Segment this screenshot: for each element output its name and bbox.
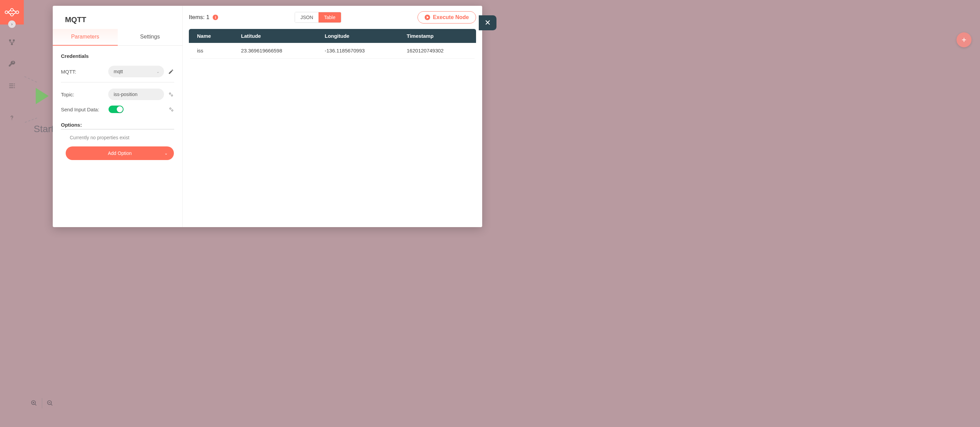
info-icon[interactable]: i (213, 14, 218, 20)
divider (42, 398, 42, 408)
topic-input[interactable] (108, 89, 164, 100)
sidebar-workflows-icon[interactable] (0, 31, 24, 53)
execute-node-label: Execute Node (433, 14, 469, 21)
mqtt-credentials-select[interactable]: mqtt ⌄ (108, 66, 164, 77)
credentials-heading: Credentials (61, 53, 174, 59)
connector-line (24, 76, 37, 83)
pencil-icon (168, 69, 174, 75)
view-table-button[interactable]: Table (318, 12, 340, 22)
cell-longitude: -136.1185670993 (317, 43, 398, 59)
edit-credentials-button[interactable] (167, 68, 174, 75)
sidebar-credentials-icon[interactable] (0, 53, 24, 75)
options-heading: Options: (61, 122, 174, 128)
sidebar: › (0, 0, 24, 427)
output-header: Items: 1 i JSON Table Execute Node (189, 11, 476, 24)
mqtt-field-label: MQTT: (61, 69, 98, 75)
cell-timestamp: 1620120749302 (398, 43, 476, 59)
add-option-button[interactable]: Add Option ⌄ (66, 147, 174, 160)
start-node-label: Start (34, 124, 54, 134)
view-toggle: JSON Table (295, 12, 341, 23)
table-row: iss 23.369619666598 -136.1185670993 1620… (189, 43, 476, 59)
parameters-panel: MQTT Parameters Settings Credentials MQT… (53, 6, 183, 227)
execute-node-button[interactable]: Execute Node (417, 11, 476, 24)
send-input-options-button[interactable] (168, 106, 175, 113)
output-panel: Items: 1 i JSON Table Execute Node Name … (183, 6, 482, 227)
svg-rect-6 (11, 43, 13, 45)
send-input-row: Send Input Data: (61, 103, 174, 116)
svg-point-3 (16, 11, 19, 14)
col-timestamp: Timestamp (398, 29, 476, 43)
add-option-label: Add Option (108, 150, 132, 156)
chevron-right-icon: › (11, 22, 13, 27)
svg-point-9 (14, 87, 15, 88)
sidebar-executions-icon[interactable] (0, 75, 24, 97)
zoom-out-button[interactable] (45, 398, 55, 408)
topic-options-button[interactable] (167, 91, 174, 98)
gears-icon (169, 107, 174, 112)
output-table: Name Latitude Longitude Timestamp iss 23… (189, 29, 476, 59)
mqtt-credentials-value: mqtt (114, 69, 123, 74)
view-json-button[interactable]: JSON (295, 12, 318, 22)
items-count-label: Items: 1 i (189, 14, 218, 21)
sidebar-expand-button[interactable]: › (8, 21, 16, 28)
table-header-row: Name Latitude Longitude Timestamp (189, 29, 476, 43)
start-node-play-icon[interactable] (36, 88, 49, 104)
n8n-logo-icon (5, 7, 19, 18)
node-title: MQTT (53, 6, 182, 29)
col-latitude: Latitude (233, 29, 317, 43)
svg-rect-5 (13, 40, 15, 41)
connector-line (25, 118, 37, 123)
credentials-mqtt-row: MQTT: mqtt ⌄ (61, 63, 174, 80)
col-longitude: Longitude (317, 29, 398, 43)
svg-rect-4 (9, 40, 11, 41)
tab-settings[interactable]: Settings (118, 29, 183, 45)
close-button[interactable]: ✕ (479, 15, 496, 30)
svg-point-2 (11, 13, 13, 16)
plus-icon: + (962, 35, 966, 45)
divider (61, 129, 174, 129)
chevron-down-icon: ⌄ (156, 70, 159, 73)
toggle-knob (117, 106, 123, 112)
app-logo[interactable]: › (0, 0, 24, 24)
send-input-label: Send Input Data: (61, 107, 108, 112)
tab-parameters[interactable]: Parameters (53, 29, 118, 45)
cell-name: iss (189, 43, 233, 59)
gears-icon (168, 92, 174, 97)
options-empty-text: Currently no properties exist (61, 135, 174, 140)
cell-latitude: 23.369619666598 (233, 43, 317, 59)
svg-point-1 (11, 8, 13, 11)
close-icon: ✕ (485, 18, 491, 27)
svg-point-7 (14, 83, 15, 84)
zoom-controls (29, 398, 55, 408)
topic-label: Topic: (61, 92, 98, 97)
send-input-toggle[interactable] (108, 105, 124, 113)
panel-tabs: Parameters Settings (53, 29, 182, 46)
svg-point-8 (14, 86, 15, 86)
add-node-fab[interactable]: + (956, 32, 972, 47)
zoom-in-button[interactable] (29, 398, 39, 408)
col-name: Name (189, 29, 233, 43)
topic-row: Topic: (61, 86, 174, 103)
sidebar-help-icon[interactable] (0, 107, 24, 129)
chevron-down-icon: ⌄ (164, 151, 168, 156)
node-editor-modal: ✕ MQTT Parameters Settings Credentials M… (53, 6, 482, 227)
svg-point-0 (5, 11, 8, 14)
divider (61, 82, 174, 83)
play-icon (425, 14, 430, 20)
